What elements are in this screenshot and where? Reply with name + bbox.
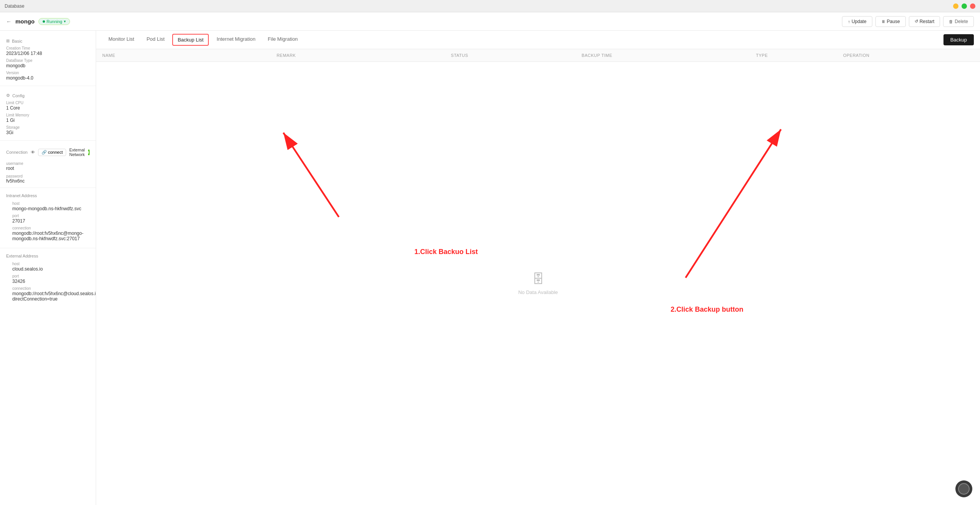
password-label: password: [6, 174, 90, 178]
connection-label: Connection: [6, 150, 28, 154]
intranet-connection-row: connection mongodb://root:fv5hx6nc@mongo…: [6, 225, 90, 243]
version-value: mongodb-4.0: [6, 75, 90, 81]
circle-inner-icon: [958, 483, 970, 495]
basic-label: Basic: [12, 39, 22, 43]
tab-monitor-list[interactable]: Monitor List: [102, 31, 140, 49]
version-label: Version: [6, 71, 90, 75]
limit-memory-row: Limit Memory 1 Gi: [0, 112, 96, 124]
tab-file-migration[interactable]: File Migration: [262, 31, 304, 49]
delete-icon: 🗑: [949, 19, 953, 24]
password-value: fv5hx6nc: [6, 178, 90, 184]
intranet-address-title: Intranet Address: [6, 193, 90, 198]
intranet-port-value: 27017: [12, 218, 83, 224]
main-area: 🗄 No Data Available: [96, 62, 980, 505]
update-icon: ↑: [848, 19, 850, 24]
header-actions: ↑ Update ⏸ Pause ↺ Restart 🗑 Delete: [842, 16, 974, 27]
intranet-port-label: port: [12, 214, 83, 218]
connect-icon: 🔗: [42, 150, 47, 155]
db-type-label: DataBase Type: [6, 58, 90, 63]
db-type-row: DataBase Type mongodb: [0, 57, 96, 70]
titlebar-title: Database: [5, 3, 24, 9]
config-section-title: ⚙ Config: [0, 90, 96, 100]
db-type-value: mongodb: [6, 63, 90, 68]
restart-label: Restart: [920, 19, 935, 24]
password-group: password fv5hx6nc: [0, 174, 96, 184]
limit-memory-label: Limit Memory: [6, 113, 90, 117]
version-row: Version mongodb-4.0: [0, 70, 96, 82]
external-network-toggle[interactable]: [88, 150, 90, 155]
status-dot: [43, 20, 45, 23]
external-address-title: External Address: [6, 254, 90, 258]
table-header: NAME REMARK STATUS BACKUP TIME TYPE OPER…: [96, 49, 980, 62]
restart-button[interactable]: ↺ Restart: [909, 16, 940, 27]
intranet-port-row: port 27017: [6, 213, 90, 225]
backup-button[interactable]: Backup: [943, 34, 974, 45]
external-host-label: host: [12, 262, 83, 266]
delete-button[interactable]: 🗑 Delete: [943, 16, 974, 27]
basic-section-title: ⊞ Basic: [0, 35, 96, 45]
external-port-row: port 32426: [6, 273, 90, 285]
pause-icon: ⏸: [881, 19, 885, 24]
tab-pod-list[interactable]: Pod List: [140, 31, 171, 49]
col-status: STATUS: [451, 53, 582, 58]
connect-label: connect: [48, 150, 63, 154]
intranet-host-value: mongo-mongodb.ns-hkfnwdfz.svc: [12, 206, 83, 211]
col-operation: OPERATION: [843, 53, 974, 58]
external-port-label: port: [12, 274, 83, 278]
tab-internet-migration[interactable]: Internet Migration: [210, 31, 261, 49]
external-connection-label: connection: [12, 286, 83, 291]
db-name: mongo: [15, 18, 35, 25]
update-label: Update: [852, 19, 867, 24]
username-group: username root: [0, 161, 96, 171]
storage-label: Storage: [6, 125, 90, 130]
external-host-row: host cloud.sealos.io: [6, 261, 90, 273]
sidebar: ⊞ Basic Creation Time 2023/12/06 17:48 D…: [0, 31, 96, 505]
external-connection-value: mongodb://root:fv5hx6nc@cloud.sealos.io:…: [12, 291, 83, 302]
pause-button[interactable]: ⏸ Pause: [875, 16, 906, 27]
delete-label: Delete: [955, 19, 968, 24]
external-address-section: External Address host cloud.sealos.io po…: [0, 252, 96, 304]
tabs-bar: Monitor List Pod List Backup List Intern…: [96, 31, 980, 49]
config-label: Config: [12, 93, 25, 98]
col-name: NAME: [102, 53, 276, 58]
minimize-button[interactable]: [953, 3, 958, 9]
username-label: username: [6, 161, 90, 166]
circle-button[interactable]: [955, 480, 972, 497]
status-badge: Running ▾: [38, 18, 70, 25]
intranet-connection-value: mongodb://root:fv5hx6nc@mongo-mongodb.ns…: [12, 231, 83, 241]
maximize-button[interactable]: [962, 3, 967, 9]
config-icon: ⚙: [6, 93, 10, 98]
titlebar: Database: [0, 0, 980, 12]
col-backup-time: BACKUP TIME: [582, 53, 756, 58]
app-header: ← mongo Running ▾ ↑ Update ⏸ Pause ↺ Res…: [0, 12, 980, 31]
intranet-address-section: Intranet Address host mongo-mongodb.ns-h…: [0, 192, 96, 244]
external-host-value: cloud.sealos.io: [12, 266, 83, 272]
col-remark: REMARK: [276, 53, 451, 58]
creation-time-label: Creation Time: [6, 46, 90, 50]
limit-cpu-row: Limit CPU 1 Core: [0, 100, 96, 112]
storage-row: Storage 3Gi: [0, 124, 96, 136]
intranet-connection-label: connection: [12, 226, 83, 230]
update-button[interactable]: ↑ Update: [842, 16, 872, 27]
chevron-down-icon: ▾: [64, 19, 66, 23]
restart-icon: ↺: [915, 19, 918, 24]
tab-backup-list[interactable]: Backup List: [172, 34, 209, 46]
intranet-host-row: host mongo-mongodb.ns-hkfnwdfz.svc: [6, 200, 90, 213]
main-content: Monitor List Pod List Backup List Intern…: [96, 31, 980, 505]
eye-icon[interactable]: 👁: [31, 150, 35, 154]
back-button[interactable]: ←: [6, 18, 12, 25]
creation-time-row: Creation Time 2023/12/06 17:48: [0, 45, 96, 57]
status-text: Running: [47, 19, 62, 24]
pause-label: Pause: [887, 19, 900, 24]
limit-memory-value: 1 Gi: [6, 118, 90, 123]
connection-section: Connection 👁 🔗 connect External Network: [0, 145, 96, 161]
no-data-icon: 🗄: [532, 272, 544, 286]
intranet-host-label: host: [12, 201, 83, 206]
col-type: TYPE: [756, 53, 843, 58]
external-connection-row: connection mongodb://root:fv5hx6nc@cloud…: [6, 285, 90, 303]
close-button[interactable]: [970, 3, 975, 9]
creation-time-value: 2023/12/06 17:48: [6, 51, 90, 56]
connect-button[interactable]: 🔗 connect: [38, 149, 67, 156]
no-data-text: No Data Available: [518, 289, 558, 295]
username-value: root: [6, 166, 90, 171]
